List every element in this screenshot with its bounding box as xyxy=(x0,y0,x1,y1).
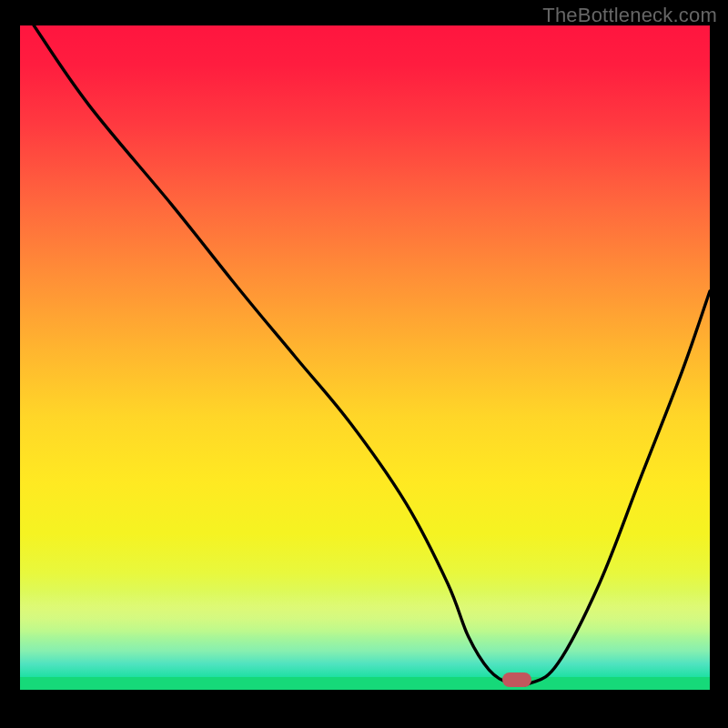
optimal-marker xyxy=(502,672,531,687)
x-axis-space xyxy=(20,690,710,713)
chart-stage: TheBottleneck.com xyxy=(0,0,728,728)
background-gradient xyxy=(20,25,710,677)
plot-area xyxy=(20,25,710,713)
green-baseline-strip xyxy=(20,677,710,690)
yellow-highlight-band xyxy=(20,592,710,637)
watermark-text: TheBottleneck.com xyxy=(542,4,717,27)
